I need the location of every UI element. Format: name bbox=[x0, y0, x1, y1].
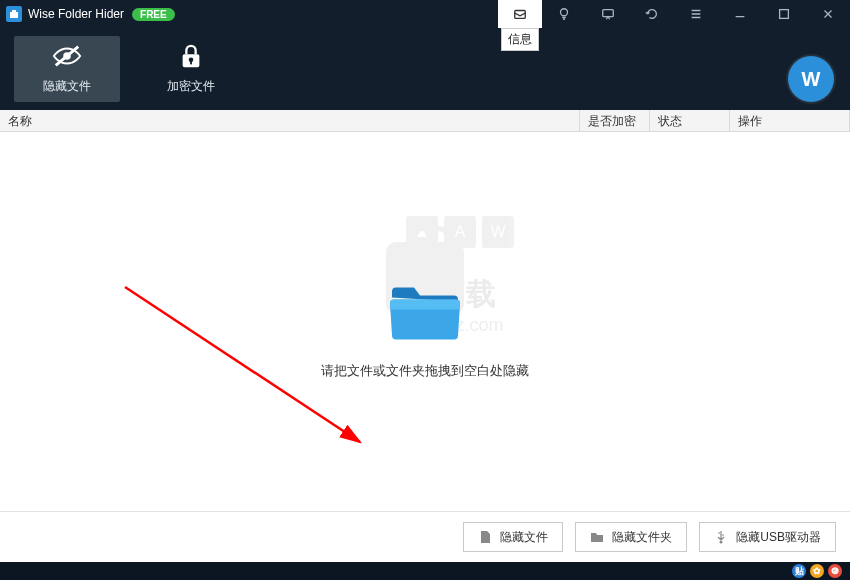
info-button[interactable]: 信息 bbox=[498, 0, 542, 28]
titlebar-actions: 信息 bbox=[498, 0, 850, 28]
tab-hide-label: 隐藏文件 bbox=[43, 78, 91, 95]
hide-folder-button[interactable]: 隐藏文件夹 bbox=[575, 522, 687, 552]
tab-encrypt-label: 加密文件 bbox=[167, 78, 215, 95]
footer: 隐藏文件 隐藏文件夹 隐藏USB驱动器 bbox=[0, 512, 850, 562]
drop-area: 请把文件或文件夹拖拽到空白处隐藏 bbox=[321, 283, 529, 379]
folder-icon bbox=[321, 283, 529, 347]
hide-usb-label: 隐藏USB驱动器 bbox=[736, 529, 821, 546]
column-header-row: 名称 是否加密 状态 操作 bbox=[0, 110, 850, 132]
hide-usb-button[interactable]: 隐藏USB驱动器 bbox=[699, 522, 836, 552]
svg-rect-8 bbox=[190, 61, 192, 65]
col-state[interactable]: 状态 bbox=[650, 110, 730, 131]
system-tray: 贴 ✿ ❻ bbox=[0, 562, 850, 580]
folder-small-icon bbox=[590, 530, 604, 544]
lock-icon bbox=[176, 43, 206, 72]
tray-icon-1[interactable]: 贴 bbox=[792, 564, 806, 578]
usb-icon bbox=[714, 530, 728, 544]
tray-icon-2[interactable]: ✿ bbox=[810, 564, 824, 578]
col-name[interactable]: 名称 bbox=[0, 110, 580, 131]
tray-icon-3[interactable]: ❻ bbox=[828, 564, 842, 578]
refresh-button[interactable] bbox=[630, 0, 674, 28]
info-tooltip: 信息 bbox=[501, 28, 539, 51]
app-icon bbox=[6, 6, 22, 22]
hide-folder-label: 隐藏文件夹 bbox=[612, 529, 672, 546]
menu-button[interactable] bbox=[674, 0, 718, 28]
feedback-button[interactable] bbox=[586, 0, 630, 28]
app-title: Wise Folder Hider bbox=[28, 7, 124, 21]
close-button[interactable] bbox=[806, 0, 850, 28]
col-operation[interactable]: 操作 bbox=[730, 110, 850, 131]
file-icon bbox=[478, 530, 492, 544]
titlebar: Wise Folder Hider FREE 信息 bbox=[0, 0, 850, 28]
hide-file-label: 隐藏文件 bbox=[500, 529, 548, 546]
toolbar: 隐藏文件 加密文件 W bbox=[0, 28, 850, 110]
svg-point-1 bbox=[561, 9, 568, 16]
svg-point-10 bbox=[720, 541, 723, 544]
hide-file-button[interactable]: 隐藏文件 bbox=[463, 522, 563, 552]
main-area[interactable]: ▲AW 安下载 anxz.com 请把文件或文件夹拖拽到空白处隐藏 bbox=[0, 132, 850, 512]
brand-letter: W bbox=[802, 68, 821, 91]
tab-hide-file[interactable]: 隐藏文件 bbox=[14, 36, 120, 102]
free-badge: FREE bbox=[132, 8, 175, 21]
minimize-button[interactable] bbox=[718, 0, 762, 28]
drop-hint-text: 请把文件或文件夹拖拽到空白处隐藏 bbox=[321, 361, 529, 379]
tab-encrypt-file[interactable]: 加密文件 bbox=[138, 36, 244, 102]
col-encrypted[interactable]: 是否加密 bbox=[580, 110, 650, 131]
eye-hidden-icon bbox=[52, 43, 82, 72]
svg-rect-3 bbox=[780, 10, 789, 19]
brand-avatar[interactable]: W bbox=[788, 56, 834, 102]
maximize-button[interactable] bbox=[762, 0, 806, 28]
idea-button[interactable] bbox=[542, 0, 586, 28]
